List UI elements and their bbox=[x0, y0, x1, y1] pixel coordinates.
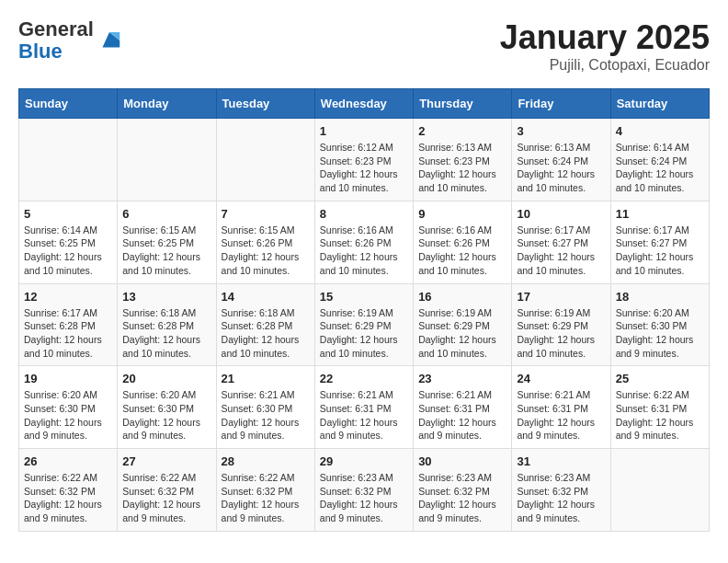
day-cell bbox=[118, 119, 216, 201]
day-number: 25 bbox=[616, 372, 704, 385]
day-number: 20 bbox=[122, 372, 210, 385]
day-number: 21 bbox=[222, 372, 310, 385]
day-cell: 19Sunrise: 6:20 AM Sunset: 6:30 PM Dayli… bbox=[19, 366, 118, 449]
day-number: 31 bbox=[517, 454, 605, 468]
day-cell bbox=[19, 119, 118, 201]
day-cell: 2Sunrise: 6:13 AM Sunset: 6:23 PM Daylig… bbox=[414, 119, 512, 201]
day-number: 29 bbox=[320, 454, 408, 468]
day-number: 30 bbox=[418, 454, 506, 468]
week-row-5: 26Sunrise: 6:22 AM Sunset: 6:32 PM Dayli… bbox=[19, 449, 710, 532]
day-info: Sunrise: 6:18 AM Sunset: 6:28 PM Dayligh… bbox=[122, 306, 210, 361]
day-info: Sunrise: 6:17 AM Sunset: 6:28 PM Dayligh… bbox=[24, 306, 112, 361]
day-info: Sunrise: 6:21 AM Sunset: 6:31 PM Dayligh… bbox=[418, 388, 506, 442]
day-cell: 4Sunrise: 6:14 AM Sunset: 6:24 PM Daylig… bbox=[610, 119, 709, 201]
calendar-subtitle: Pujili, Cotopaxi, Ecuador bbox=[500, 57, 710, 74]
day-cell: 14Sunrise: 6:18 AM Sunset: 6:28 PM Dayli… bbox=[216, 283, 314, 366]
day-cell: 30Sunrise: 6:23 AM Sunset: 6:32 PM Dayli… bbox=[414, 449, 512, 532]
day-info: Sunrise: 6:22 AM Sunset: 6:32 PM Dayligh… bbox=[122, 471, 210, 525]
day-number: 22 bbox=[320, 372, 408, 385]
day-number: 9 bbox=[418, 207, 506, 221]
day-cell: 22Sunrise: 6:21 AM Sunset: 6:31 PM Dayli… bbox=[314, 366, 413, 449]
day-cell: 11Sunrise: 6:17 AM Sunset: 6:27 PM Dayli… bbox=[610, 201, 709, 283]
weekday-header-wednesday: Wednesday bbox=[314, 89, 413, 119]
day-cell: 26Sunrise: 6:22 AM Sunset: 6:32 PM Dayli… bbox=[19, 449, 118, 532]
logo: General Blue bbox=[18, 18, 123, 63]
day-info: Sunrise: 6:21 AM Sunset: 6:31 PM Dayligh… bbox=[320, 388, 408, 442]
day-cell: 21Sunrise: 6:21 AM Sunset: 6:30 PM Dayli… bbox=[216, 366, 314, 449]
day-cell bbox=[610, 449, 709, 532]
weekday-header-friday: Friday bbox=[512, 89, 610, 119]
week-row-3: 12Sunrise: 6:17 AM Sunset: 6:28 PM Dayli… bbox=[19, 283, 710, 366]
week-row-4: 19Sunrise: 6:20 AM Sunset: 6:30 PM Dayli… bbox=[19, 366, 710, 449]
day-info: Sunrise: 6:19 AM Sunset: 6:29 PM Dayligh… bbox=[517, 306, 605, 361]
day-cell: 9Sunrise: 6:16 AM Sunset: 6:26 PM Daylig… bbox=[414, 201, 512, 283]
day-info: Sunrise: 6:23 AM Sunset: 6:32 PM Dayligh… bbox=[418, 471, 506, 525]
day-number: 26 bbox=[24, 454, 112, 468]
day-cell: 25Sunrise: 6:22 AM Sunset: 6:31 PM Dayli… bbox=[610, 366, 709, 449]
day-cell: 29Sunrise: 6:23 AM Sunset: 6:32 PM Dayli… bbox=[314, 449, 413, 532]
day-cell: 24Sunrise: 6:21 AM Sunset: 6:31 PM Dayli… bbox=[512, 366, 610, 449]
logo-general-text: General bbox=[18, 17, 94, 40]
day-info: Sunrise: 6:13 AM Sunset: 6:23 PM Dayligh… bbox=[418, 141, 506, 195]
day-cell: 17Sunrise: 6:19 AM Sunset: 6:29 PM Dayli… bbox=[512, 283, 610, 366]
day-info: Sunrise: 6:14 AM Sunset: 6:25 PM Dayligh… bbox=[24, 224, 112, 278]
day-number: 2 bbox=[418, 124, 506, 138]
day-number: 23 bbox=[418, 372, 506, 385]
day-cell: 13Sunrise: 6:18 AM Sunset: 6:28 PM Dayli… bbox=[118, 283, 216, 366]
day-number: 16 bbox=[418, 290, 506, 304]
day-info: Sunrise: 6:12 AM Sunset: 6:23 PM Dayligh… bbox=[320, 141, 408, 195]
day-number: 13 bbox=[122, 290, 210, 304]
day-cell bbox=[216, 119, 314, 201]
day-cell: 8Sunrise: 6:16 AM Sunset: 6:26 PM Daylig… bbox=[314, 201, 413, 283]
calendar-title: January 2025 bbox=[500, 18, 710, 57]
day-info: Sunrise: 6:19 AM Sunset: 6:29 PM Dayligh… bbox=[320, 306, 408, 361]
day-number: 24 bbox=[517, 372, 605, 385]
day-number: 4 bbox=[616, 124, 704, 138]
day-cell: 3Sunrise: 6:13 AM Sunset: 6:24 PM Daylig… bbox=[512, 119, 610, 201]
logo-icon bbox=[96, 27, 123, 54]
day-info: Sunrise: 6:16 AM Sunset: 6:26 PM Dayligh… bbox=[418, 224, 506, 278]
day-number: 14 bbox=[222, 290, 310, 304]
weekday-header-saturday: Saturday bbox=[610, 89, 709, 119]
day-number: 7 bbox=[222, 207, 310, 221]
day-info: Sunrise: 6:17 AM Sunset: 6:27 PM Dayligh… bbox=[616, 224, 704, 278]
page-header: General Blue January 2025 Pujili, Cotopa… bbox=[18, 18, 710, 74]
day-cell: 16Sunrise: 6:19 AM Sunset: 6:29 PM Dayli… bbox=[414, 283, 512, 366]
day-info: Sunrise: 6:19 AM Sunset: 6:29 PM Dayligh… bbox=[418, 306, 506, 361]
weekday-header-tuesday: Tuesday bbox=[216, 89, 314, 119]
day-info: Sunrise: 6:23 AM Sunset: 6:32 PM Dayligh… bbox=[320, 471, 408, 525]
day-info: Sunrise: 6:15 AM Sunset: 6:25 PM Dayligh… bbox=[122, 224, 210, 278]
day-info: Sunrise: 6:14 AM Sunset: 6:24 PM Dayligh… bbox=[616, 141, 704, 195]
weekday-header-row: SundayMondayTuesdayWednesdayThursdayFrid… bbox=[19, 89, 710, 119]
day-cell: 7Sunrise: 6:15 AM Sunset: 6:26 PM Daylig… bbox=[216, 201, 314, 283]
day-info: Sunrise: 6:22 AM Sunset: 6:31 PM Dayligh… bbox=[616, 388, 704, 442]
day-cell: 12Sunrise: 6:17 AM Sunset: 6:28 PM Dayli… bbox=[19, 283, 118, 366]
day-number: 17 bbox=[517, 290, 605, 304]
day-cell: 28Sunrise: 6:22 AM Sunset: 6:32 PM Dayli… bbox=[216, 449, 314, 532]
day-info: Sunrise: 6:20 AM Sunset: 6:30 PM Dayligh… bbox=[122, 388, 210, 442]
day-cell: 27Sunrise: 6:22 AM Sunset: 6:32 PM Dayli… bbox=[118, 449, 216, 532]
day-number: 15 bbox=[320, 290, 408, 304]
day-number: 8 bbox=[320, 207, 408, 221]
day-info: Sunrise: 6:17 AM Sunset: 6:27 PM Dayligh… bbox=[517, 224, 605, 278]
week-row-2: 5Sunrise: 6:14 AM Sunset: 6:25 PM Daylig… bbox=[19, 201, 710, 283]
day-info: Sunrise: 6:18 AM Sunset: 6:28 PM Dayligh… bbox=[222, 306, 310, 361]
day-info: Sunrise: 6:21 AM Sunset: 6:31 PM Dayligh… bbox=[517, 388, 605, 442]
day-cell: 23Sunrise: 6:21 AM Sunset: 6:31 PM Dayli… bbox=[414, 366, 512, 449]
day-info: Sunrise: 6:15 AM Sunset: 6:26 PM Dayligh… bbox=[222, 224, 310, 278]
weekday-header-sunday: Sunday bbox=[19, 89, 118, 119]
day-info: Sunrise: 6:13 AM Sunset: 6:24 PM Dayligh… bbox=[517, 141, 605, 195]
logo-blue-text: Blue bbox=[18, 40, 63, 63]
title-block: January 2025 Pujili, Cotopaxi, Ecuador bbox=[500, 18, 710, 74]
day-number: 5 bbox=[24, 207, 112, 221]
day-number: 12 bbox=[24, 290, 112, 304]
day-number: 6 bbox=[122, 207, 210, 221]
day-cell: 20Sunrise: 6:20 AM Sunset: 6:30 PM Dayli… bbox=[118, 366, 216, 449]
day-number: 10 bbox=[517, 207, 605, 221]
weekday-header-monday: Monday bbox=[118, 89, 216, 119]
day-info: Sunrise: 6:22 AM Sunset: 6:32 PM Dayligh… bbox=[222, 471, 310, 525]
day-info: Sunrise: 6:20 AM Sunset: 6:30 PM Dayligh… bbox=[24, 388, 112, 442]
day-info: Sunrise: 6:23 AM Sunset: 6:32 PM Dayligh… bbox=[517, 471, 605, 525]
day-cell: 15Sunrise: 6:19 AM Sunset: 6:29 PM Dayli… bbox=[314, 283, 413, 366]
day-number: 27 bbox=[122, 454, 210, 468]
